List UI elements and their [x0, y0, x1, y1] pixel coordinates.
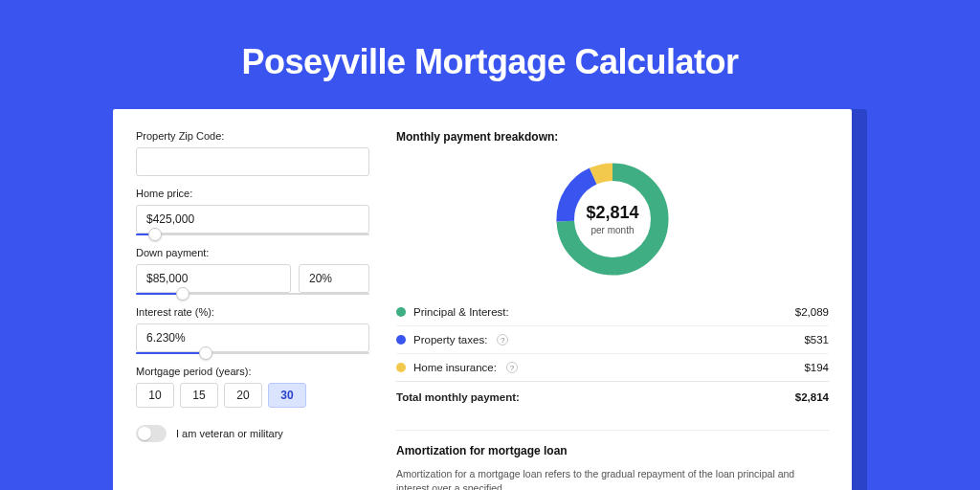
label-mortgage-period: Mortgage period (years): [136, 366, 369, 377]
legend-label: Principal & Interest: [413, 306, 509, 318]
veteran-toggle[interactable] [136, 425, 167, 442]
total-label: Total monthly payment: [396, 391, 520, 403]
label-down-payment: Down payment: [136, 247, 369, 258]
legend-row-principal: Principal & Interest: $2,089 [396, 299, 829, 325]
period-option-10[interactable]: 10 [136, 383, 174, 408]
legend-value: $531 [804, 334, 829, 345]
period-option-20[interactable]: 20 [224, 383, 262, 408]
field-down-payment: Down payment: [136, 247, 369, 295]
slider-home-price[interactable] [136, 234, 369, 235]
legend-row-taxes: Property taxes: ? $531 [396, 325, 829, 353]
help-icon[interactable]: ? [506, 362, 518, 373]
amortization-title: Amortization for mortgage loan [396, 444, 829, 457]
period-option-30[interactable]: 30 [268, 383, 306, 408]
veteran-row: I am veteran or military [136, 425, 369, 442]
slider-down-payment[interactable] [136, 293, 369, 295]
help-icon[interactable]: ? [497, 334, 508, 345]
donut-chart: $2,814 per month [550, 157, 675, 281]
slider-thumb[interactable] [148, 228, 162, 241]
input-down-payment[interactable] [136, 264, 291, 293]
total-value: $2,814 [795, 391, 829, 403]
legend-label: Home insurance: [413, 362, 497, 373]
amortization-text: Amortization for a mortgage loan refers … [396, 467, 829, 490]
hero: Poseyville Mortgage Calculator [0, 0, 980, 82]
dot-icon [396, 307, 406, 317]
donut-wrap: $2,814 per month [396, 153, 829, 299]
legend-label: Property taxes: [413, 334, 487, 345]
period-option-15[interactable]: 15 [180, 383, 218, 408]
dot-icon [396, 363, 406, 372]
slider-thumb[interactable] [199, 346, 212, 360]
label-interest-rate: Interest rate (%): [136, 306, 369, 318]
input-down-payment-pct[interactable] [299, 264, 369, 293]
label-home-price: Home price: [136, 188, 369, 199]
label-zip: Property Zip Code: [136, 130, 369, 142]
input-interest-rate[interactable] [136, 323, 369, 352]
slider-thumb[interactable] [176, 287, 189, 301]
panel-shadow: Property Zip Code: Home price: Down paym… [113, 109, 867, 490]
slider-interest-rate[interactable] [136, 352, 369, 354]
field-zip: Property Zip Code: [136, 130, 369, 176]
period-segmented: 10 15 20 30 [136, 383, 369, 408]
form-column: Property Zip Code: Home price: Down paym… [136, 130, 369, 490]
field-mortgage-period: Mortgage period (years): 10 15 20 30 [136, 366, 369, 408]
donut-center: $2,814 per month [550, 157, 675, 281]
calculator-panel: Property Zip Code: Home price: Down paym… [113, 109, 852, 490]
input-zip[interactable] [136, 147, 369, 176]
field-home-price: Home price: [136, 188, 369, 235]
donut-amount: $2,814 [586, 203, 638, 223]
toggle-knob [138, 427, 151, 440]
slider-fill [136, 352, 206, 354]
legend: Principal & Interest: $2,089 Property ta… [396, 299, 829, 411]
page-title: Poseyville Mortgage Calculator [0, 42, 980, 82]
dot-icon [396, 335, 406, 345]
legend-value: $2,089 [795, 306, 829, 318]
legend-value: $194 [804, 362, 829, 373]
legend-row-total: Total monthly payment: $2,814 [396, 381, 829, 411]
veteran-label: I am veteran or military [176, 428, 283, 439]
legend-row-insurance: Home insurance: ? $194 [396, 353, 829, 381]
input-home-price[interactable] [136, 205, 369, 234]
field-interest-rate: Interest rate (%): [136, 306, 369, 354]
breakdown-title: Monthly payment breakdown: [396, 130, 829, 144]
breakdown-column: Monthly payment breakdown: $2,814 per mo… [396, 130, 829, 490]
donut-sub: per month [590, 225, 634, 235]
amortization-section: Amortization for mortgage loan Amortizat… [396, 430, 829, 490]
